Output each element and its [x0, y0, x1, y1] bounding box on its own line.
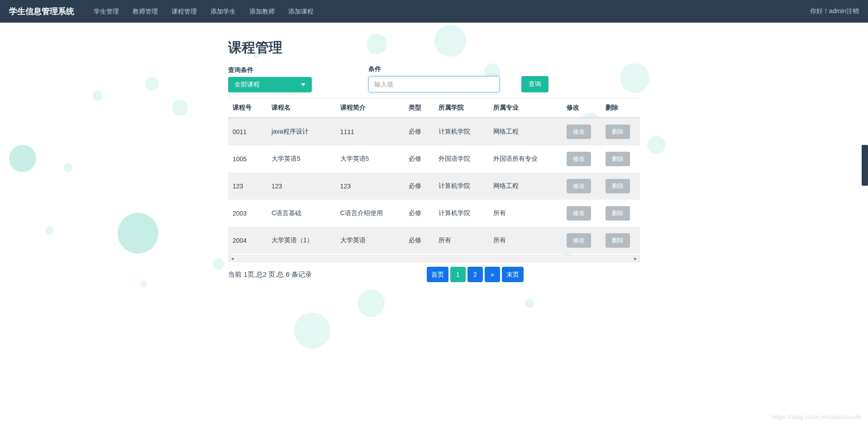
cell-course-intro: 123	[336, 173, 405, 200]
logout-link[interactable]: 注销	[846, 7, 859, 14]
page-1[interactable]: 1	[450, 267, 466, 282]
table-row: 0011java程序设计1111必修计算机学院网络工程修改删除	[228, 118, 640, 145]
query-condition-label: 查询条件	[228, 66, 368, 74]
page-2[interactable]: 2	[467, 267, 483, 282]
cell-college: 计算机学院	[434, 200, 489, 227]
th-type: 类型	[404, 98, 434, 118]
navbar: 学生信息管理系统 学生管理 教师管理 课程管理 添加学生 添加教师 添加课程 你…	[0, 0, 868, 23]
cell-type: 必修	[404, 173, 434, 200]
pagination: 首页 1 2 » 末页	[426, 267, 525, 282]
navbar-right: 你好！admin注销	[810, 7, 859, 15]
edit-button[interactable]: 修改	[567, 152, 591, 166]
table-row: 123123123必修计算机学院网络工程修改删除	[228, 173, 640, 200]
th-delete: 删除	[601, 98, 640, 118]
cell-course-intro: 大学英语5	[336, 145, 405, 173]
cell-course-name: 大学英语（1）	[267, 227, 336, 254]
th-course-id: 课程号	[228, 98, 267, 118]
cell-type: 必修	[404, 200, 434, 227]
edit-button[interactable]: 修改	[567, 206, 591, 221]
dropdown-selected: 全部课程	[234, 81, 260, 89]
cell-course-id: 2004	[228, 227, 267, 254]
table-row: 2003C语言基础C语言介绍使用必修计算机学院所有修改删除	[228, 200, 640, 227]
th-edit: 修改	[562, 98, 601, 118]
cell-major: 网络工程	[489, 173, 562, 200]
scroll-right-icon[interactable]: ►	[634, 256, 638, 261]
cell-course-name: 123	[267, 173, 336, 200]
cell-course-id: 2003	[228, 200, 267, 227]
cell-course-intro: C语言介绍使用	[336, 200, 405, 227]
page-last[interactable]: 末页	[502, 267, 524, 282]
cell-course-name: C语言基础	[267, 200, 336, 227]
nav-menu: 学生管理 教师管理 课程管理 添加学生 添加教师 添加课程	[87, 0, 320, 23]
cell-course-id: 1005	[228, 145, 267, 173]
nav-add-teacher[interactable]: 添加教师	[249, 8, 275, 15]
cell-course-name: 大学英语5	[267, 145, 336, 173]
cell-type: 必修	[404, 227, 434, 254]
delete-button[interactable]: 删除	[606, 152, 630, 166]
cell-major: 所有	[489, 200, 562, 227]
page-first[interactable]: 首页	[427, 267, 448, 282]
edit-button[interactable]: 修改	[567, 125, 591, 139]
delete-button[interactable]: 删除	[606, 125, 630, 139]
search-row: 查询条件 全部课程 条件 . 查询	[228, 65, 640, 92]
nav-student-mgmt[interactable]: 学生管理	[94, 8, 119, 15]
cell-major: 外国语所有专业	[489, 145, 562, 173]
pagination-info: 当前 1页,总2 页,总 6 条记录	[228, 270, 312, 279]
app-brand[interactable]: 学生信息管理系统	[9, 6, 74, 17]
query-button[interactable]: 查询	[521, 76, 548, 92]
viewport-scrollbar[interactable]	[862, 145, 868, 186]
th-course-name: 课程名	[267, 98, 336, 118]
caret-down-icon	[301, 83, 305, 86]
greeting-text: 你好！admin	[810, 7, 846, 14]
cell-major: 网络工程	[489, 118, 562, 145]
cell-type: 必修	[404, 145, 434, 173]
page-title: 课程管理	[228, 38, 640, 57]
cell-college: 外国语学院	[434, 145, 489, 173]
cell-type: 必修	[404, 118, 434, 145]
nav-add-course[interactable]: 添加课程	[288, 8, 314, 15]
edit-button[interactable]: 修改	[567, 233, 591, 248]
page-next[interactable]: »	[485, 267, 500, 282]
cell-course-id: 0011	[228, 118, 267, 145]
cell-course-name: java程序设计	[267, 118, 336, 145]
watermark: https://blog.csdn.net/pastclouds	[772, 413, 862, 420]
course-table: 课程号 课程名 课程简介 类型 所属学院 所属专业 修改 删除 0011java…	[228, 98, 640, 254]
table-row: 1005大学英语5大学英语5必修外国语学院外国语所有专业修改删除	[228, 145, 640, 173]
edit-button[interactable]: 修改	[567, 179, 591, 193]
nav-teacher-mgmt[interactable]: 教师管理	[133, 8, 158, 15]
th-course-intro: 课程简介	[336, 98, 405, 118]
cell-college: 计算机学院	[434, 118, 489, 145]
horizontal-scrollbar[interactable]: ◄ ►	[228, 255, 640, 262]
cell-college: 所有	[434, 227, 489, 254]
th-major: 所属专业	[489, 98, 562, 118]
value-label: 条件	[368, 65, 509, 73]
nav-course-mgmt[interactable]: 课程管理	[172, 8, 197, 15]
nav-add-student[interactable]: 添加学生	[210, 8, 236, 15]
cell-course-id: 123	[228, 173, 267, 200]
value-input[interactable]	[368, 76, 500, 92]
cell-college: 计算机学院	[434, 173, 489, 200]
cell-course-intro: 大学英语	[336, 227, 405, 254]
delete-button[interactable]: 删除	[606, 233, 630, 248]
table-row: 2004大学英语（1）大学英语必修所有所有修改删除	[228, 227, 640, 254]
th-college: 所属学院	[434, 98, 489, 118]
scroll-left-icon[interactable]: ◄	[230, 256, 234, 261]
query-condition-dropdown[interactable]: 全部课程	[228, 77, 312, 92]
cell-course-intro: 1111	[336, 118, 405, 145]
delete-button[interactable]: 删除	[606, 179, 630, 193]
delete-button[interactable]: 删除	[606, 206, 630, 221]
cell-major: 所有	[489, 227, 562, 254]
